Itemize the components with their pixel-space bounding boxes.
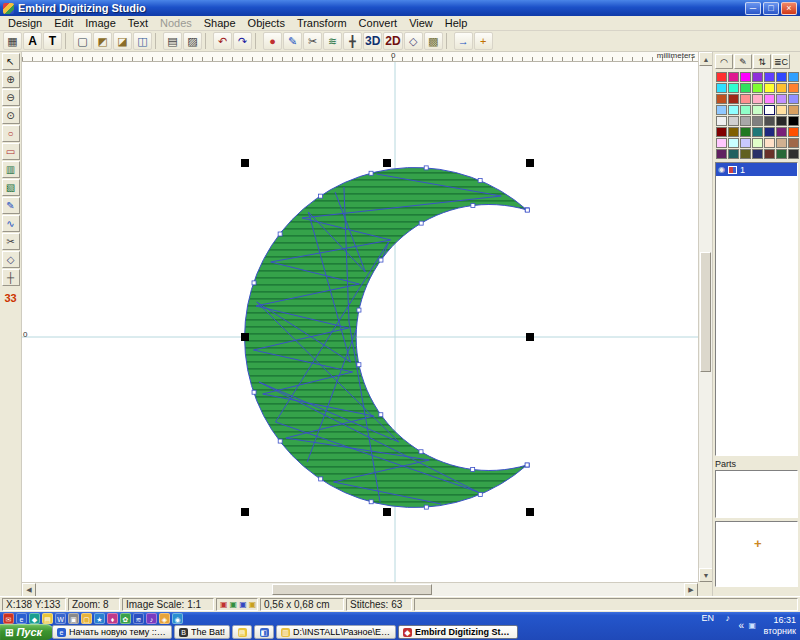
palette-color-43[interactable]: [716, 138, 727, 148]
palette-color-36[interactable]: [716, 127, 727, 137]
freehand-tool-button[interactable]: ✎: [2, 197, 20, 214]
palette-color-15[interactable]: [716, 94, 727, 104]
palette-color-50[interactable]: [716, 149, 727, 159]
menu-text[interactable]: Text: [122, 16, 154, 31]
palette-color-46[interactable]: [752, 138, 763, 148]
palette-color-13[interactable]: [776, 83, 787, 93]
visibility-icon[interactable]: ◉: [718, 165, 725, 174]
menu-convert[interactable]: Convert: [353, 16, 404, 31]
style-dropdown-button[interactable]: ◠: [715, 54, 733, 69]
task-mini-2[interactable]: ◧: [254, 625, 274, 639]
ellipse-tool-button[interactable]: ○: [2, 125, 20, 142]
palette-color-41[interactable]: [776, 127, 787, 137]
palette-color-28[interactable]: [788, 105, 799, 115]
fill-tool-button[interactable]: ▧: [2, 179, 20, 196]
menu-objects[interactable]: Objects: [242, 16, 291, 31]
palette-color-51[interactable]: [728, 149, 739, 159]
curve-tool-button[interactable]: ∿: [2, 215, 20, 232]
zoom-out-tool-button[interactable]: ⊖: [2, 89, 20, 106]
menu-view[interactable]: View: [403, 16, 439, 31]
lettering-button[interactable]: A: [23, 32, 42, 50]
quick-launch-11[interactable]: ≋: [133, 613, 144, 624]
palette-color-16[interactable]: [728, 94, 739, 104]
quick-launch-7[interactable]: ▢: [81, 613, 92, 624]
knife-tool-button[interactable]: ✂: [2, 233, 20, 250]
scroll-left-icon[interactable]: ◀: [22, 583, 36, 597]
palette-color-1[interactable]: [716, 72, 727, 82]
palette-color-17[interactable]: [740, 94, 751, 104]
minimize-button[interactable]: ─: [745, 2, 761, 15]
palette-color-14[interactable]: [788, 83, 799, 93]
horizontal-scrollbar[interactable]: ◀ ▶: [22, 582, 698, 596]
quick-launch-14[interactable]: ◉: [172, 613, 183, 624]
palette-color-30[interactable]: [728, 116, 739, 126]
task-browser[interactable]: eНачать новую тему :: В...: [52, 625, 172, 639]
quick-launch-8[interactable]: ★: [94, 613, 105, 624]
design-manager-button[interactable]: ▦: [3, 32, 22, 50]
menu-design[interactable]: Design: [2, 16, 48, 31]
vertical-scrollbar[interactable]: ▲ ▼: [698, 52, 712, 582]
palette-color-49[interactable]: [788, 138, 799, 148]
volume-icon[interactable]: ♪: [726, 613, 731, 623]
palette-color-18[interactable]: [752, 94, 763, 104]
measure-tool-button[interactable]: ┼: [2, 269, 20, 286]
palette-color-7[interactable]: [788, 72, 799, 82]
start-button[interactable]: ⊞ Пуск: [0, 624, 54, 640]
palette-color-40[interactable]: [764, 127, 775, 137]
palette-color-45[interactable]: [740, 138, 751, 148]
menu-image[interactable]: Image: [79, 16, 122, 31]
print-button[interactable]: ▤: [163, 32, 182, 50]
new-file-button[interactable]: ▢: [73, 32, 92, 50]
palette-color-24[interactable]: [740, 105, 751, 115]
thread-list[interactable]: ◉ 1: [715, 162, 798, 456]
scroll-right-icon[interactable]: ▶: [684, 583, 698, 597]
menu-help[interactable]: Help: [439, 16, 474, 31]
close-button[interactable]: ×: [781, 2, 797, 15]
zoom-actual-tool-button[interactable]: ⊙: [2, 107, 20, 124]
palette-color-5[interactable]: [764, 72, 775, 82]
horizontal-scroll-thumb[interactable]: [272, 584, 432, 595]
tray-chevron-icon[interactable]: «: [738, 620, 744, 631]
palette-color-9[interactable]: [728, 83, 739, 93]
rectangle-tool-button[interactable]: ▭: [2, 143, 20, 160]
column-tool-button[interactable]: ▥: [2, 161, 20, 178]
palette-color-25[interactable]: [752, 105, 763, 115]
menu-transform[interactable]: Transform: [291, 16, 353, 31]
node-edit-button[interactable]: ◇: [404, 32, 423, 50]
quick-launch-12[interactable]: ♪: [146, 613, 157, 624]
clock[interactable]: 16:31 вторник: [763, 615, 796, 637]
palette-color-35[interactable]: [788, 116, 799, 126]
palette-color-20[interactable]: [776, 94, 787, 104]
quick-launch-9[interactable]: ♦: [107, 613, 118, 624]
palette-view-button[interactable]: ▩: [424, 32, 443, 50]
palette-color-11[interactable]: [752, 83, 763, 93]
palette-color-19[interactable]: [764, 94, 775, 104]
palette-color-2[interactable]: [728, 72, 739, 82]
palette-color-10[interactable]: [740, 83, 751, 93]
palette-color-27[interactable]: [776, 105, 787, 115]
palette-config-button[interactable]: ≣C: [772, 54, 790, 69]
undo-button[interactable]: ↶: [213, 32, 232, 50]
scissors-tool-button[interactable]: ✂: [303, 32, 322, 50]
menu-shape[interactable]: Shape: [198, 16, 242, 31]
quick-launch-2[interactable]: e: [16, 613, 27, 624]
design-canvas[interactable]: [22, 62, 698, 582]
palette-color-6[interactable]: [776, 72, 787, 82]
palette-color-31[interactable]: [740, 116, 751, 126]
language-indicator[interactable]: EN: [699, 613, 716, 623]
quick-launch-1[interactable]: ✉: [3, 613, 14, 624]
maximize-button[interactable]: □: [763, 2, 779, 15]
save-file-button[interactable]: ◫: [133, 32, 152, 50]
palette-color-4[interactable]: [752, 72, 763, 82]
palette-color-12[interactable]: [764, 83, 775, 93]
forward-button[interactable]: →: [454, 32, 473, 50]
palette-color-23[interactable]: [728, 105, 739, 115]
palette-color-56[interactable]: [788, 149, 799, 159]
quick-launch-5[interactable]: W: [55, 613, 66, 624]
scroll-down-icon[interactable]: ▼: [699, 568, 713, 582]
circle-tool-button[interactable]: ●: [263, 32, 282, 50]
quick-launch-3[interactable]: ◆: [29, 613, 40, 624]
stitch-tool-button[interactable]: ≋: [323, 32, 342, 50]
edit-thread-button[interactable]: ✎: [734, 54, 752, 69]
task-thebat[interactable]: BThe Bat!: [174, 625, 230, 639]
